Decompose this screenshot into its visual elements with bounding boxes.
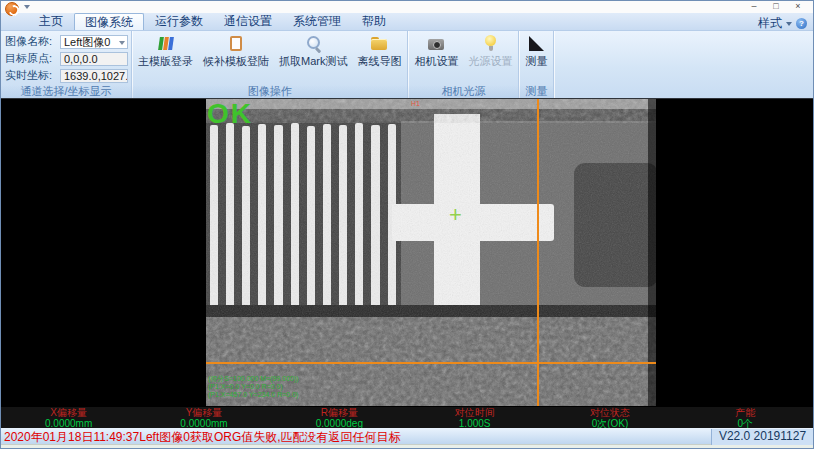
ribbon-field: 目标原点: 0,0,0.0 <box>5 50 128 67</box>
menu-tabs: 主页图像系统运行参数通信设置系统管理帮助 <box>29 13 397 30</box>
help-icon[interactable]: ? <box>796 18 807 29</box>
ruler-icon <box>526 34 546 53</box>
version-label: V22.0 20191127 <box>711 429 813 445</box>
status-bar: 2020年01月18日11:49:37Left图像0获取ORG值失败,匹配没有返… <box>1 428 813 444</box>
menu-tab[interactable]: 运行参数 <box>145 13 213 30</box>
ok-result-label: OK <box>207 99 253 129</box>
menu-tab[interactable]: 图像系统 <box>74 13 144 30</box>
ribbon-button-label: 测量 <box>525 54 547 69</box>
ribbon-button-label: 候补模板登陆 <box>203 54 269 69</box>
group-caption: 测量 <box>519 85 553 98</box>
group-caption: 图像操作 <box>132 85 407 98</box>
status-message: 2020年01月18日11:49:37Left图像0获取ORG值失败,匹配没有返… <box>4 429 401 445</box>
ribbon-button[interactable]: 候补模板登陆 <box>199 32 273 69</box>
menu-tab[interactable]: 主页 <box>29 13 73 30</box>
camera-viewport: OK + H1 (得分S=100.000 M=(99.000))(P1:X=0.… <box>1 99 814 406</box>
ribbon-button-label: 主模版登录 <box>138 54 193 69</box>
clipboard-icon <box>226 34 246 53</box>
magnifier-icon <box>303 34 323 53</box>
ribbon-button[interactable]: 相机设置 <box>410 32 462 69</box>
camera-icon <box>426 34 446 53</box>
telemetry-strip: X偏移量 0.0000mm Y偏移量 0.0000mm R偏移量 0.0000d… <box>1 406 813 428</box>
title-bar: – □ × <box>1 1 813 13</box>
ribbon-button[interactable]: 抓取Mark测试 <box>275 32 351 69</box>
camera-image <box>206 99 656 406</box>
app-logo-icon[interactable] <box>5 2 19 16</box>
top-edge-marker: H1 <box>411 100 420 107</box>
overlay-line: (P1:X=0.0 Y=0.0 R=0.0) <box>208 383 299 391</box>
menu-tab[interactable]: 通信设置 <box>214 13 282 30</box>
telemetry-label: 对位状态 <box>542 408 677 418</box>
field-label: 图像名称: <box>5 34 60 49</box>
ribbon-button[interactable]: 光源设置 <box>464 32 516 69</box>
menu-tab[interactable]: 系统管理 <box>283 13 351 30</box>
field-value[interactable]: 1639.0,1027.0 <box>60 69 128 83</box>
overlay-line: (得分S=100.000 M=(99.000)) <box>208 375 299 383</box>
folder-icon <box>369 34 389 53</box>
field-label: 实时坐标: <box>5 68 60 83</box>
telemetry-label: Y偏移量 <box>136 408 271 418</box>
ribbon-group-camera-light: 相机设置 光源设置 相机光源 <box>408 31 519 98</box>
ribbon-button-label: 抓取Mark测试 <box>279 54 347 69</box>
field-value[interactable]: 0,0,0.0 <box>60 52 128 66</box>
ribbon-button-label: 离线导图 <box>357 54 401 69</box>
field-value[interactable]: Left图像0 <box>60 35 128 49</box>
minimize-button[interactable]: – <box>743 1 765 13</box>
ribbon-button[interactable]: 测量 <box>521 32 551 69</box>
maximize-button[interactable]: □ <box>765 1 787 13</box>
ribbon-group-channel: 图像名称: Left图像0 目标原点: 0,0,0.0 实时坐标: 1639.0… <box>1 31 132 98</box>
telemetry-item: X偏移量 0.0000mm <box>1 407 136 428</box>
ribbon-field: 图像名称: Left图像0 <box>5 33 128 50</box>
field-list: 图像名称: Left图像0 目标原点: 0,0,0.0 实时坐标: 1639.0… <box>1 31 131 84</box>
group-caption: 相机光源 <box>408 85 518 98</box>
overlay-line: (P1:X=457.0 Y=234.0 R=0.0) <box>208 391 299 399</box>
menu-right-cluster: 样式 ? <box>758 15 807 32</box>
menu-tab[interactable]: 帮助 <box>352 13 396 30</box>
ribbon-field: 实时坐标: 1639.0,1027.0 <box>5 67 128 84</box>
ribbon-button-label: 光源设置 <box>468 54 512 69</box>
group-caption: 通道选择/坐标显示 <box>1 85 131 98</box>
ribbon-button[interactable]: 主模版登录 <box>134 32 197 69</box>
quick-access-caret-icon[interactable] <box>24 5 30 9</box>
crosshair-vertical-line <box>537 99 539 406</box>
ribbon-group-measure: 测量 测量 <box>519 31 554 98</box>
ribbon-button-label: 相机设置 <box>414 54 458 69</box>
window-controls: – □ × <box>743 1 809 13</box>
telemetry-item: 对位时间 1.000S <box>407 407 542 428</box>
telemetry-label: R偏移量 <box>272 408 407 418</box>
bulb-icon <box>480 34 500 53</box>
telemetry-item: 对位状态 0次(OK) <box>542 407 677 428</box>
match-result-overlay: (得分S=100.000 M=(99.000))(P1:X=0.0 Y=0.0 … <box>208 375 299 399</box>
telemetry-item: R偏移量 0.0000deg <box>272 407 407 428</box>
telemetry-label: X偏移量 <box>1 408 136 418</box>
books-icon <box>156 34 176 53</box>
crosshair-horizontal-line <box>206 362 656 364</box>
close-button[interactable]: × <box>787 1 809 13</box>
telemetry-label: 对位时间 <box>407 408 542 418</box>
center-cross-marker: + <box>449 202 462 228</box>
ribbon-button[interactable]: 离线导图 <box>353 32 405 69</box>
field-label: 目标原点: <box>5 51 60 66</box>
ribbon: 图像名称: Left图像0 目标原点: 0,0,0.0 实时坐标: 1639.0… <box>1 31 813 99</box>
application-window: – □ × 主页图像系统运行参数通信设置系统管理帮助 样式 ? 图像名称: Le… <box>0 0 814 449</box>
ribbon-group-image-ops: 主模版登录 候补模板登陆 抓取Mark测试 离线导图 图像操作 <box>132 31 408 98</box>
ribbon-spacer <box>554 31 813 98</box>
telemetry-item: 产能 0个 <box>678 407 813 428</box>
menu-bar: 主页图像系统运行参数通信设置系统管理帮助 样式 ? <box>1 13 813 31</box>
telemetry-item: Y偏移量 0.0000mm <box>136 407 271 428</box>
telemetry-label: 产能 <box>678 408 813 418</box>
style-button[interactable]: 样式 <box>758 15 782 32</box>
style-caret-icon[interactable] <box>786 22 792 26</box>
